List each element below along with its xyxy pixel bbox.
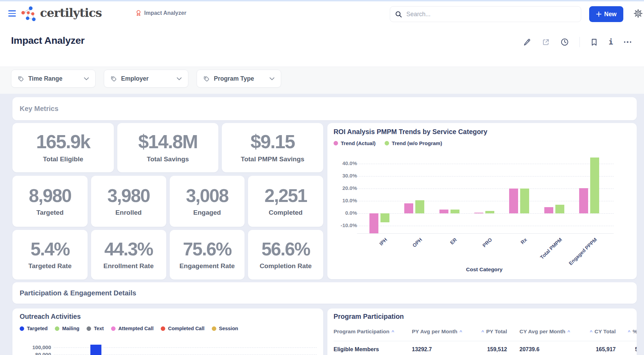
legend-label: Completed Call [168,326,205,331]
program-participation-title: Program Participation [334,313,404,321]
outreach-chart-legend: TargetedMailingTextAttempted CallComplet… [20,326,238,331]
column-label: PY Total [486,328,507,334]
metric-label: Targeted Rate [28,262,71,270]
roi-x-category-label: Engaged PPPM [568,237,598,266]
section-header-participation[interactable]: Participation & Engagement Details [12,282,637,304]
roi-bar-total-pmpm-trend-actual-[interactable] [544,207,553,214]
sort-caret: ^ [567,329,570,334]
metric-label: Total Savings [147,155,189,163]
settings-gear-icon[interactable] [633,9,643,18]
column-header-program-participation[interactable]: Program Participation^ [334,328,412,336]
page-toolbar: i [523,37,631,48]
metrics-row-1: 165.9kTotal Eligible $14.8MTotal Savings… [12,123,323,172]
column-header-cy-total[interactable]: ^CY Total [593,328,616,336]
chevron-down-icon [84,77,89,80]
roi-x-category-label: ER [449,237,458,246]
roi-gridline [357,226,614,226]
roi-bar-rx-trend-actual-[interactable] [509,189,518,213]
table-cell: 56 [616,346,637,354]
program-participation-card: Program Participation Program Participat… [327,308,637,355]
more-options-icon[interactable] [624,41,632,43]
sort-caret: ^ [392,329,394,334]
legend-trend-actual[interactable]: Trend (Actual) [334,140,376,146]
menu-icon[interactable] [8,10,16,17]
certilytics-logo-icon[interactable] [20,6,38,22]
filter-program-type[interactable]: Program Type [197,70,281,88]
metrics-row-3: 5.4%Targeted Rate 44.3%Enrollment Rate 7… [12,230,323,280]
table-row: Eligible Members13292.7159,51220739.6165… [334,346,637,354]
legend-targeted[interactable]: Targeted [20,326,48,331]
table-cell: Eligible Members [334,346,412,354]
legend-attempted-call[interactable]: Attempted Call [111,326,153,331]
roi-x-category-label: OPH [412,237,423,248]
roi-chart-title: ROI Analysis PMPM Trends by Service Cate… [334,128,487,136]
toolbar-divider [579,37,580,47]
breadcrumb[interactable]: Impact Analyzer [135,10,186,17]
roi-x-category-label: Total PMPM [539,237,563,260]
roi-bar-iph-trend-w-o-program-[interactable] [380,213,389,222]
roi-y-tick-label: 20.0% [327,185,357,191]
roi-bar-rx-trend-w-o-program-[interactable] [520,189,529,213]
section-title: Key Metrics [20,105,58,113]
roi-bar-pro-trend-actual-[interactable] [474,213,483,213]
bookmark-icon[interactable] [591,38,598,46]
roi-bar-total-pmpm-trend-w-o-program-[interactable] [555,205,564,213]
sort-caret: ^ [628,329,631,334]
legend-dot [111,326,116,331]
info-icon[interactable]: i [608,38,613,46]
filter-time-range[interactable]: Time Range [11,70,96,88]
metric-card-enrollment-rate: 44.3%Enrollment Rate [91,230,166,280]
roi-gridline [357,201,614,201]
roi-x-axis-labels: IPHOPHERPRORxTotal PMPMEngaged PPPM [362,237,607,267]
plus-icon [596,11,602,17]
metric-value: 5.4% [30,240,69,258]
chevron-down-icon [269,77,275,80]
legend-label: Session [219,326,238,331]
filter-employer[interactable]: Employer [104,70,188,88]
tag-icon [110,75,117,82]
sort-caret: ^ [482,329,484,334]
section-header-key-metrics[interactable]: Key Metrics [12,97,637,120]
brand-logo[interactable]: certilytics [40,6,102,20]
metric-label: Completed [269,209,303,216]
history-clock-icon[interactable] [561,38,569,46]
new-button[interactable]: New [589,6,623,22]
outreach-y-tick-label: 80,000 [15,352,51,355]
column-header-py-total[interactable]: ^PY Total [485,328,507,336]
legend-trend-wo-program[interactable]: Trend (w/o Program) [385,140,442,146]
search-icon [395,11,402,18]
tag-icon [18,75,24,82]
roi-bar-er-trend-w-o-program-[interactable] [450,210,459,214]
roi-bar-engaged-pppm-trend-w-o-program-[interactable] [590,158,599,213]
legend-label: Attempted Call [118,326,153,331]
roi-y-tick-label: 10.0% [327,197,357,203]
metric-card-enrolled: 3,980Enrolled [91,176,166,227]
metric-card-total-pmpm-savings: $9.15Total PMPM Savings [222,123,323,172]
roi-x-category-label: PRO [481,237,493,248]
roi-bar-oph-trend-actual-[interactable] [404,203,413,214]
roi-bar-pro-trend-w-o-program-[interactable] [485,211,494,213]
roi-bar-iph-trend-actual-[interactable] [369,213,378,233]
edit-pencil-icon[interactable] [523,38,531,46]
legend-mailing[interactable]: Mailing [55,326,79,331]
metric-value: 3,980 [107,186,150,205]
filter-bar: Time Range Employer Program Type [0,67,644,94]
page-title: Impact Analyzer [11,35,85,46]
metric-value: 2,251 [265,186,307,205]
filter-label: Employer [121,75,149,82]
legend-session[interactable]: Session [212,326,238,331]
metric-label: Total Eligible [43,155,83,163]
search-box[interactable] [390,6,581,22]
outreach-bar-targeted[interactable] [90,345,101,355]
metric-value: 75.6% [183,240,231,258]
search-input[interactable] [406,10,576,18]
column-header-cy-avg-per-month[interactable]: CY Avg per Month^ [507,328,593,336]
legend-text[interactable]: Text [87,326,104,331]
legend-completed-call[interactable]: Completed Call [161,326,205,331]
roi-bar-oph-trend-w-o-program-[interactable] [415,200,424,214]
open-external-icon[interactable] [542,38,550,46]
roi-bar-engaged-pppm-trend-actual-[interactable] [579,188,588,214]
column-header--[interactable]: ^% [616,328,637,336]
column-header-py-avg-per-month[interactable]: PY Avg per Month^ [412,328,485,336]
roi-bar-er-trend-actual-[interactable] [439,210,448,214]
